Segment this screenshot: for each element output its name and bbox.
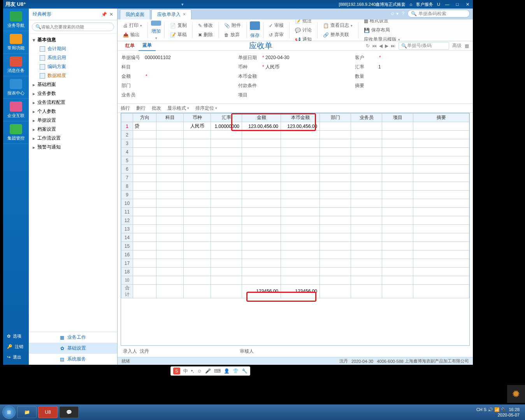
table-row[interactable]: 12 — [121, 216, 469, 225]
rb-save[interactable]: 保存 — [248, 21, 262, 40]
taskbar-explorer[interactable]: 📁 — [17, 406, 37, 418]
field-date[interactable]: 2020-04-30 — [265, 55, 289, 60]
tree-node-bizflow[interactable]: ▸业务流程配置 — [29, 98, 117, 107]
sidebar-group[interactable]: 集团管控 — [3, 121, 29, 144]
tab-blue[interactable]: 蓝单 — [139, 40, 156, 51]
user-icon[interactable]: ☺ ▾ — [390, 11, 399, 16]
sidebar-reports[interactable]: 报表中心 — [3, 76, 29, 99]
tree-group-basic[interactable]: ▾基本信息 — [29, 35, 117, 44]
sidebar-logout[interactable]: 🔑注销 — [3, 341, 29, 352]
u-menu[interactable]: U — [437, 2, 440, 7]
table-row[interactable]: 5 — [121, 156, 469, 165]
nav-refresh-icon[interactable]: ↻ — [366, 43, 370, 49]
titlebar-dropdown-icon[interactable]: ▾ — [26, 2, 339, 7]
rb-discard[interactable]: 🗑放弃 — [223, 30, 242, 40]
ime-skin-icon[interactable]: 👕 — [233, 368, 239, 374]
nav-advanced[interactable]: 高级 — [452, 42, 462, 49]
home-icon[interactable]: ⌂ — [409, 2, 412, 7]
gt-display[interactable]: 显示格式▾ — [167, 105, 189, 112]
ime-keyboard-icon[interactable]: ⌨ — [214, 368, 221, 374]
tree-node-bizparam[interactable]: ▸业务参数 — [29, 89, 117, 98]
table-row[interactable]: 13 — [121, 225, 469, 233]
rb-print[interactable]: 🖨打印▾ — [121, 21, 144, 30]
bottom-tab-base[interactable]: ✿基础设置 — [29, 343, 117, 354]
gt-delete[interactable]: 删行 — [136, 105, 146, 112]
ime-tool-icon[interactable]: 🔧 — [242, 368, 248, 374]
nav-first-icon[interactable]: ⏮ — [372, 43, 377, 49]
doc-search[interactable]: 🔍 单据号/条码 — [399, 42, 449, 50]
tree-search[interactable]: 🔍 — [32, 23, 114, 31]
nav-prev-icon[interactable]: ◀ — [379, 43, 383, 49]
tree-node-voucher[interactable]: ▸单据设置 — [29, 116, 117, 125]
rb-log[interactable]: 📋查看日志▾ — [321, 21, 354, 30]
table-row[interactable]: 2 — [121, 131, 469, 139]
pin-icon[interactable]: 📌 — [101, 12, 107, 17]
tab-ar-entry[interactable]: 应收单录入× — [151, 9, 191, 19]
taskbar-u8[interactable]: U8 — [38, 406, 58, 418]
sidebar-biz-nav[interactable]: 业务导航 — [3, 9, 29, 31]
table-row[interactable]: 16 — [121, 250, 469, 259]
table-row[interactable]: 9 — [121, 191, 469, 199]
nav-grid-icon[interactable]: ▦ — [465, 43, 469, 49]
ime-person-icon[interactable]: 👤 — [224, 368, 230, 374]
close-icon[interactable]: ✕ — [464, 2, 471, 7]
taskbar-clock[interactable]: CH S 🔊 📶 🔌 16:282020-05-07 — [476, 407, 523, 418]
sidebar-exit[interactable]: ↪退出 — [3, 352, 29, 362]
gt-insert[interactable]: 插行 — [121, 105, 130, 112]
tree-node-personal[interactable]: ▸个人参数 — [29, 107, 117, 116]
table-row[interactable]: 1 贷 人民币 1.00000000 123.00,456.00 123.00,… — [121, 122, 469, 131]
table-row[interactable]: 6 — [121, 165, 469, 173]
nav-next-icon[interactable]: ▶ — [385, 43, 388, 49]
ime-bar[interactable]: S 中 •, ☺ 🎤 ⌨ 👤 👕 🔧 — [170, 366, 250, 376]
table-row[interactable]: 7 — [121, 173, 469, 182]
ime-mic-icon[interactable]: 🎤 — [205, 368, 211, 374]
sidebar-enterprise[interactable]: 企业互联 — [3, 99, 29, 121]
gt-sort[interactable]: 排序定位▾ — [195, 105, 217, 112]
maximize-icon[interactable]: □ — [454, 2, 460, 7]
gt-batch[interactable]: 批改 — [152, 105, 161, 112]
table-row[interactable]: 17 — [121, 259, 469, 268]
bottom-tab-service[interactable]: ▤系统服务 — [29, 354, 117, 365]
table-row[interactable]: 11 — [121, 208, 469, 216]
field-rate[interactable]: 1 — [378, 64, 381, 70]
rb-delete[interactable]: ✖删除 — [197, 30, 214, 40]
rb-draft[interactable]: 📝草稿 — [169, 30, 188, 40]
ime-punct-icon[interactable]: •, — [191, 368, 194, 374]
tree-close-icon[interactable]: ✕ — [109, 12, 113, 17]
table-row[interactable]: 8 — [121, 182, 469, 191]
sidebar-messages[interactable]: 消息任务 — [3, 54, 29, 76]
tree-node-filecfg[interactable]: ▸档案设置 — [29, 125, 117, 134]
table-row[interactable]: 14 — [121, 233, 469, 242]
rb-unaudit[interactable]: ↺弃审 — [267, 30, 285, 40]
tree-leaf-period[interactable]: 会计期间 — [29, 44, 117, 53]
tree-leaf-precision[interactable]: 数据精度 — [29, 71, 117, 80]
sidebar-options[interactable]: ✿选项 — [3, 331, 29, 341]
help-icon[interactable]: ? — [402, 11, 404, 16]
table-row[interactable]: 10 — [121, 276, 469, 285]
taskbar-wechat[interactable]: 💬 — [59, 406, 79, 418]
field-curr[interactable]: 人民币 — [265, 64, 279, 70]
tree-node-archive[interactable]: ▸基础档案 — [29, 80, 117, 89]
corner-gear-icon[interactable]: ✹ — [507, 385, 525, 403]
ime-smile-icon[interactable]: ☺ — [197, 368, 202, 374]
tree-node-alert[interactable]: ▸预警与通知 — [29, 143, 117, 152]
rb-attach[interactable]: 📎附件 — [223, 21, 242, 30]
start-button[interactable]: ⊞ — [2, 406, 16, 419]
rb-export[interactable]: 📤输出 — [121, 30, 144, 40]
table-row[interactable]: 3 — [121, 139, 469, 148]
table-row[interactable]: 18 — [121, 268, 469, 276]
tab-red[interactable]: 红单 — [121, 41, 139, 51]
sidebar-common[interactable]: 常用功能 — [3, 31, 29, 54]
rb-edit[interactable]: ✎修改 — [197, 21, 214, 30]
service-link[interactable]: 客户服务 — [416, 2, 433, 7]
rb-link[interactable]: 🔗整单关联 — [321, 30, 354, 40]
table-row[interactable]: 15 — [121, 242, 469, 250]
tabs-search[interactable]: 🔍 单据条码检索 — [407, 10, 470, 18]
bottom-tab-biz[interactable]: ▦业务工作 — [29, 332, 117, 343]
tree-leaf-coding[interactable]: 编码方案 — [29, 62, 117, 71]
rb-template[interactable]: 应收单显示模版▾ — [362, 35, 402, 42]
rb-audit[interactable]: ✓审核 — [267, 21, 285, 30]
tab-close-icon[interactable]: × — [183, 12, 186, 17]
table-row[interactable]: 4 — [121, 148, 469, 156]
nav-last-icon[interactable]: ⏭ — [391, 43, 395, 49]
